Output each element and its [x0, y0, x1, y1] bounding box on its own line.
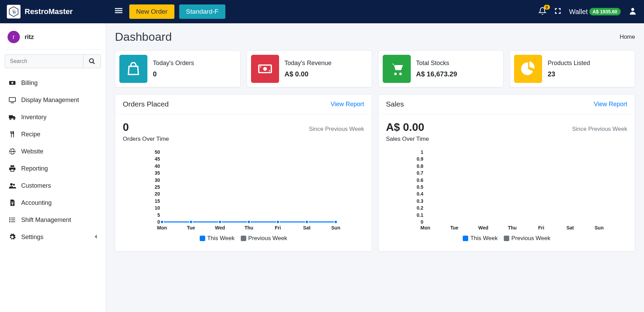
sales-metric-sub: Since Previous Week — [572, 126, 627, 133]
svg-text:0.4: 0.4 — [417, 191, 423, 197]
stat-card-today-s-orders[interactable]: Today's Orders 0 — [115, 50, 240, 87]
stat-label: Today's Revenue — [285, 60, 332, 67]
legend-previous-week[interactable]: Previous Week — [241, 235, 287, 242]
truck-icon — [8, 113, 16, 121]
divider — [5, 49, 100, 50]
orders-view-report-link[interactable]: View Report — [331, 101, 364, 108]
svg-text:45: 45 — [155, 156, 160, 162]
svg-point-58 — [276, 221, 279, 224]
svg-text:Fri: Fri — [538, 225, 544, 230]
svg-rect-29 — [11, 222, 15, 222]
sidebar-item-inventory[interactable]: Inventory — [3, 109, 102, 126]
brand[interactable]: RM RestroMaster — [7, 5, 113, 18]
svg-point-24 — [9, 217, 11, 219]
fullscreen-button[interactable] — [554, 7, 562, 16]
stat-card-total-stocks[interactable]: Total Stocks A$ 16,673.29 — [378, 50, 504, 87]
svg-text:15: 15 — [155, 198, 160, 204]
sales-view-report-link[interactable]: View Report — [594, 101, 627, 108]
new-order-button[interactable]: New Order — [129, 4, 174, 19]
svg-point-57 — [247, 221, 250, 224]
svg-rect-25 — [11, 218, 15, 219]
sidebar-item-display-management[interactable]: Display Management — [3, 91, 102, 109]
svg-text:Tue: Tue — [450, 225, 458, 230]
orders-metric-value: 0 — [123, 121, 129, 134]
sidebar-item-label: Website — [21, 148, 43, 155]
sidebar-item-accounting[interactable]: $ Accounting — [3, 194, 102, 211]
notifications-button[interactable]: 0 — [538, 7, 547, 16]
svg-rect-3 — [115, 8, 122, 9]
orders-card: Orders Placed View Report 0 Since Previo… — [115, 94, 372, 252]
sidebar-item-label: Reporting — [21, 165, 48, 172]
stat-label: Today's Orders — [153, 60, 194, 67]
search-input[interactable] — [5, 54, 83, 68]
wallet-display[interactable]: Wallet A$ 1935.60 — [569, 8, 621, 16]
money-icon — [8, 79, 16, 87]
svg-text:0.1: 0.1 — [417, 212, 423, 218]
svg-text:$: $ — [12, 203, 13, 206]
svg-text:Wed: Wed — [215, 225, 225, 230]
display-icon — [8, 96, 16, 104]
sidebar-item-label: Inventory — [21, 114, 47, 121]
sidebar-item-label: Recipe — [21, 131, 40, 138]
utensils-icon — [8, 130, 16, 138]
chevron-left-icon — [94, 234, 97, 241]
gear-icon — [8, 233, 16, 241]
main-content: Dashboard Home Today's Orders 0 Today's … — [106, 23, 644, 312]
stat-value: A$ 16,673.29 — [416, 70, 457, 78]
orders-chart-caption: Orders Over Time — [123, 136, 364, 142]
svg-point-54 — [160, 221, 163, 224]
sidebar-item-billing[interactable]: Billing — [3, 74, 102, 91]
brand-name: RestroMaster — [25, 7, 73, 16]
sidebar-item-recipe[interactable]: Recipe — [3, 126, 102, 143]
legend-this-week[interactable]: This Week — [200, 235, 235, 242]
svg-text:Sun: Sun — [331, 225, 340, 230]
sidebar-item-settings[interactable]: Settings — [3, 228, 102, 246]
svg-text:Mon: Mon — [420, 225, 430, 230]
print-icon — [8, 165, 16, 172]
svg-rect-11 — [9, 98, 15, 102]
top-navbar: RM RestroMaster New Order Standard-F 0 W… — [0, 0, 644, 23]
restaurant-select-button[interactable]: Standard-F — [179, 4, 225, 19]
svg-text:M: M — [13, 11, 16, 15]
svg-point-26 — [9, 219, 11, 221]
stat-value: A$ 0.00 — [285, 70, 332, 78]
globe-icon — [8, 148, 16, 155]
stat-value: 23 — [548, 70, 590, 78]
user-menu-button[interactable] — [628, 7, 637, 17]
svg-text:Sat: Sat — [303, 225, 311, 230]
svg-point-20 — [13, 184, 15, 186]
sidebar-item-label: Customers — [21, 182, 51, 189]
sales-card-title: Sales — [386, 100, 404, 108]
sidebar-item-shift-management[interactable]: Shift Management — [3, 211, 102, 228]
legend-this-week[interactable]: This Week — [463, 235, 498, 242]
sidebar-toggle-button[interactable] — [113, 5, 124, 18]
svg-text:40: 40 — [155, 163, 160, 169]
sidebar-item-customers[interactable]: Customers — [3, 177, 102, 194]
svg-text:1: 1 — [420, 149, 423, 155]
sidebar-item-website[interactable]: Website — [3, 143, 102, 160]
svg-text:0.3: 0.3 — [417, 198, 423, 204]
svg-point-7 — [90, 59, 94, 63]
svg-text:0.6: 0.6 — [417, 177, 423, 183]
sales-chart: 00.10.20.30.40.50.60.70.80.91MonTueWedTh… — [386, 149, 628, 232]
search-button[interactable] — [83, 54, 101, 68]
svg-point-32 — [260, 66, 261, 68]
stat-card-today-s-revenue[interactable]: Today's Revenue A$ 0.00 — [247, 50, 372, 87]
svg-text:Sun: Sun — [594, 225, 603, 230]
svg-text:Sat: Sat — [566, 225, 574, 230]
sidebar-item-reporting[interactable]: Reporting — [3, 160, 102, 177]
list-icon — [8, 216, 16, 224]
legend-previous-week[interactable]: Previous Week — [504, 235, 550, 242]
file-invoice-icon: $ — [8, 199, 16, 207]
orders-card-title: Orders Placed — [123, 100, 169, 108]
svg-point-6 — [631, 8, 634, 11]
sidebar-user[interactable]: r ritz — [3, 28, 102, 49]
sidebar-item-label: Accounting — [21, 199, 52, 207]
breadcrumb[interactable]: Home — [620, 34, 635, 40]
notification-count-badge: 0 — [544, 5, 550, 10]
svg-rect-5 — [115, 12, 122, 13]
stat-card-products-listed[interactable]: Products Listed 23 — [510, 50, 635, 87]
sales-chart-caption: Sales Over Time — [386, 136, 628, 142]
svg-point-19 — [10, 183, 13, 186]
svg-text:0.2: 0.2 — [417, 205, 423, 211]
